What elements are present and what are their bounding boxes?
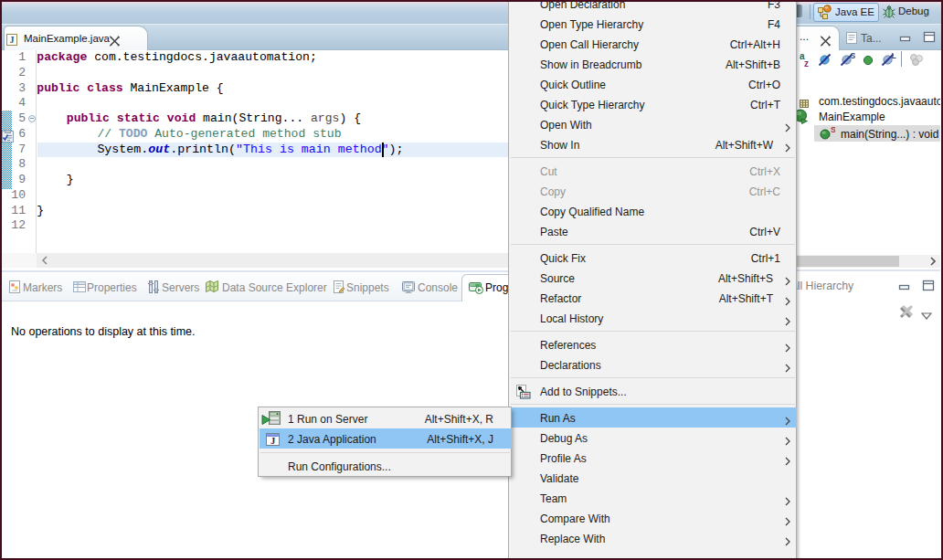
- svg-text:J: J: [10, 35, 15, 45]
- svg-text:S: S: [851, 51, 856, 60]
- svg-text:J: J: [270, 436, 275, 446]
- svg-text:L: L: [892, 51, 896, 60]
- svg-text:S: S: [831, 126, 835, 134]
- svg-text:z: z: [804, 58, 809, 68]
